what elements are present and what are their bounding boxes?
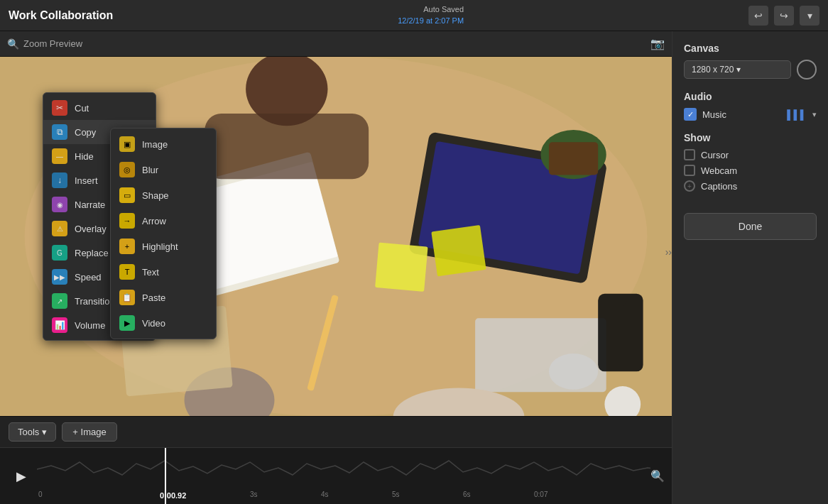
canvas-circle-button[interactable]: [797, 60, 817, 80]
tools-chevron-icon: ▾: [42, 427, 47, 437]
more-button[interactable]: ▾: [800, 6, 819, 26]
playhead[interactable]: [165, 448, 166, 504]
paste-label: Paste: [142, 292, 165, 303]
show-title: Show: [684, 132, 817, 143]
ruler-3s: 3s: [250, 491, 258, 498]
canvas-section: Canvas 1280 x 720 ▾: [684, 43, 817, 80]
replace-label: Replace: [75, 248, 109, 258]
svg-rect-15: [205, 114, 369, 179]
submenu-item-paste[interactable]: 📋 Paste: [111, 285, 216, 310]
video-icon: ▶: [119, 315, 135, 331]
canvas-title: Canvas: [684, 43, 817, 54]
video-preview: ✂ Cut ⧉ Copy — Hide ↓ Insert ◉ Narrate: [0, 57, 672, 416]
highlight-label: Highlight: [142, 241, 178, 252]
undo-button[interactable]: ↩: [748, 6, 768, 26]
autosave-time: 12/2/19 at 2:07 PM: [398, 16, 464, 26]
audio-title: Audio: [684, 91, 817, 102]
music-bars-icon: ▌▌▌: [787, 109, 807, 120]
video-label: Video: [142, 318, 165, 329]
ruler-5s: 5s: [392, 491, 400, 498]
hide-label: Hide: [75, 151, 94, 162]
svg-rect-6: [375, 243, 427, 292]
webcam-checkbox[interactable]: [684, 165, 695, 176]
cut-icon: ✂: [52, 100, 67, 116]
ruler-4s: 4s: [321, 491, 329, 498]
narrate-icon: ◉: [52, 197, 67, 212]
tools-button[interactable]: Tools ▾: [9, 422, 56, 442]
svg-point-12: [549, 354, 598, 390]
submenu: ▣ Image ◎ Blur ▭ Shape → Arrow + Highl: [110, 128, 217, 339]
svg-rect-7: [431, 225, 486, 276]
submenu-item-arrow[interactable]: → Arrow: [111, 208, 216, 234]
text-label: Text: [142, 267, 159, 278]
submenu-item-highlight[interactable]: + Highlight: [111, 234, 216, 259]
blur-label: Blur: [142, 165, 158, 175]
video-panel: 🔍 Zoom Preview 📷: [0, 31, 672, 504]
canvas-size-label: 1280 x 720: [692, 65, 734, 75]
cursor-label: Cursor: [701, 150, 729, 160]
submenu-item-image[interactable]: ▣ Image: [111, 131, 216, 157]
shape-label: Shape: [142, 190, 169, 201]
image-label: Image: [142, 139, 168, 150]
insert-icon: ↓: [52, 172, 67, 188]
transition-label: Transition: [75, 296, 115, 307]
play-button[interactable]: ▶: [6, 461, 37, 492]
canvas-dropdown-icon: ▾: [736, 65, 741, 75]
search-icon: 🔍: [7, 38, 19, 50]
add-image-button[interactable]: + Image: [62, 422, 116, 442]
blur-icon: ◎: [119, 162, 135, 177]
image-icon: ▣: [119, 136, 135, 152]
replace-icon: G: [52, 245, 67, 261]
hide-icon: —: [52, 148, 67, 164]
audio-section: Audio ✓ Music ▌▌▌ ▾: [684, 91, 817, 121]
ruler-0: 0: [38, 491, 43, 498]
right-panel: Canvas 1280 x 720 ▾ Audio ✓ Music ▌▌▌ ▾ …: [672, 31, 828, 504]
text-icon: T: [119, 264, 135, 280]
timeline-track[interactable]: 0 2s 3s 4s 5s 6s 0:07 0:00.92: [37, 448, 650, 504]
audio-row: ✓ Music ▌▌▌ ▾: [684, 108, 817, 121]
insert-label: Insert: [75, 175, 98, 186]
speed-label: Speed: [75, 272, 102, 283]
timeline: ▶ 0 2s 3s 4s 5s 6s 0:07: [0, 447, 672, 504]
context-item-cut[interactable]: ✂ Cut: [43, 96, 156, 120]
copy-icon: ⧉: [52, 124, 67, 140]
volume-icon: 📊: [52, 317, 67, 333]
volume-label: Volume: [75, 320, 105, 331]
speed-icon: ▶▶: [52, 269, 67, 285]
redo-button[interactable]: ↪: [774, 6, 794, 26]
transition-icon: ↗: [52, 293, 67, 309]
captions-row: + Captions: [684, 180, 817, 192]
timeline-search-icon[interactable]: 🔍: [650, 469, 665, 483]
ruler-6s: 6s: [463, 491, 471, 498]
camera-icon[interactable]: 📷: [650, 37, 665, 50]
ruler-7s: 0:07: [534, 491, 548, 498]
submenu-item-blur[interactable]: ◎ Blur: [111, 157, 216, 182]
canvas-size-button[interactable]: 1280 x 720 ▾: [684, 60, 791, 79]
arrow-label: Arrow: [142, 216, 166, 226]
title-controls: ↩ ↪ ▾: [748, 6, 819, 26]
svg-rect-9: [598, 294, 643, 372]
zoom-preview-label: Zoom Preview: [23, 38, 82, 49]
submenu-item-shape[interactable]: ▭ Shape: [111, 182, 216, 208]
narrate-label: Narrate: [75, 199, 105, 210]
expand-arrow[interactable]: ››: [665, 246, 672, 258]
canvas-row: 1280 x 720 ▾: [684, 60, 817, 80]
shape-icon: ▭: [119, 187, 135, 203]
copy-label: Copy: [75, 127, 96, 138]
webcam-row: Webcam: [684, 165, 817, 176]
main-content: 🔍 Zoom Preview 📷: [0, 31, 828, 504]
autosave-label: Auto Saved: [398, 4, 464, 15]
show-section: Show Cursor Webcam + Captions: [684, 132, 817, 196]
svg-rect-11: [549, 142, 598, 175]
cursor-checkbox[interactable]: [684, 149, 695, 160]
submenu-item-text[interactable]: T Text: [111, 259, 216, 285]
highlight-icon: +: [119, 239, 135, 254]
waveform-svg: [37, 455, 650, 483]
cursor-row: Cursor: [684, 149, 817, 160]
submenu-item-video[interactable]: ▶ Video: [111, 310, 216, 336]
captions-plus-icon[interactable]: +: [684, 180, 695, 192]
music-dropdown-icon[interactable]: ▾: [812, 110, 817, 119]
done-button[interactable]: Done: [684, 213, 817, 240]
music-checkbox[interactable]: ✓: [684, 108, 697, 121]
timeline-ruler: 0 2s 3s 4s 5s 6s 0:07: [37, 487, 650, 498]
